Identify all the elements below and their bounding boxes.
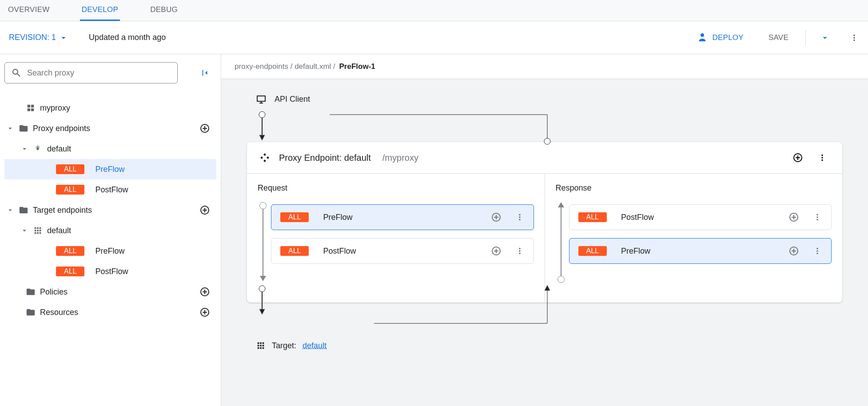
tree-proxy-root[interactable]: myproxy xyxy=(4,98,216,118)
add-policy-button[interactable] xyxy=(197,286,213,298)
deploy-button[interactable]: DEPLOY xyxy=(689,28,751,48)
add-circle-icon xyxy=(788,246,799,256)
tab-develop[interactable]: DEVELOP xyxy=(80,0,120,21)
tree-policies[interactable]: Policies xyxy=(4,282,216,302)
tree-label: default xyxy=(47,144,216,154)
target-grid-icon xyxy=(256,341,266,350)
endpoint-icon xyxy=(33,144,43,154)
request-preflow-item[interactable]: ALL PreFlow xyxy=(271,204,534,230)
add-target-endpoint-button[interactable] xyxy=(197,204,213,216)
proxy-icon xyxy=(26,103,36,113)
collapse-left-icon xyxy=(200,68,210,78)
revision-bar: REVISION: 1 Updated a month ago DEPLOY S… xyxy=(0,21,868,54)
more-vert-icon xyxy=(817,153,827,163)
svg-point-1 xyxy=(259,111,265,118)
tree-proxy-postflow[interactable]: ALL PostFlow xyxy=(4,179,216,200)
tab-overview[interactable]: OVERVIEW xyxy=(6,0,52,21)
request-column: Request ALL PreFlow xyxy=(247,174,545,303)
response-postflow-item[interactable]: ALL PostFlow xyxy=(569,204,832,230)
tree-label: Target endpoints xyxy=(33,206,192,215)
add-circle-icon xyxy=(788,212,799,223)
folder-icon xyxy=(26,287,36,297)
add-circle-icon xyxy=(792,152,803,163)
folder-icon xyxy=(19,123,28,133)
flow-overflow-button[interactable] xyxy=(810,246,825,256)
target-link[interactable]: default xyxy=(303,341,326,350)
search-input[interactable] xyxy=(26,68,171,78)
folder-icon xyxy=(19,205,28,215)
overflow-menu[interactable] xyxy=(844,28,864,48)
add-step-button[interactable] xyxy=(488,245,504,257)
all-badge: ALL xyxy=(56,246,84,256)
updated-label: Updated a month ago xyxy=(89,33,166,42)
tree-label: default xyxy=(47,226,216,235)
more-vert-icon xyxy=(849,33,859,43)
card-title: Proxy Endpoint: default xyxy=(279,153,371,163)
add-proxy-endpoint-button[interactable] xyxy=(197,123,213,134)
endpoint-icon xyxy=(259,152,270,163)
add-step-button[interactable] xyxy=(786,211,802,223)
all-badge: ALL xyxy=(56,164,84,174)
save-menu-dropdown[interactable] xyxy=(815,28,835,48)
chevron-down-icon xyxy=(20,226,28,235)
response-column: Response ALL PostFlow xyxy=(545,174,843,303)
deploy-icon xyxy=(697,32,708,43)
all-badge: ALL xyxy=(578,212,607,222)
dropdown-arrow-icon xyxy=(59,33,68,43)
response-preflow-item[interactable]: ALL PreFlow xyxy=(569,238,832,264)
tree-label: PreFlow xyxy=(95,165,216,174)
add-resource-button[interactable] xyxy=(197,306,213,318)
separator xyxy=(805,30,806,46)
target-icon xyxy=(33,226,43,235)
add-circle-icon xyxy=(199,123,210,134)
all-badge: ALL xyxy=(56,185,84,195)
tree-proxy-endpoint-default[interactable]: default xyxy=(4,139,216,159)
more-vert-icon xyxy=(812,246,822,256)
collapse-sidebar-button[interactable] xyxy=(197,68,212,78)
tree-proxy-endpoints[interactable]: Proxy endpoints xyxy=(4,118,216,139)
proxy-tree: myproxy Proxy endpoints default ALL PreF… xyxy=(4,98,216,322)
flow-name: PreFlow xyxy=(323,213,480,222)
flow-name: PostFlow xyxy=(323,247,480,256)
breadcrumb-part[interactable]: default.xml xyxy=(295,62,331,71)
tab-debug[interactable]: DEBUG xyxy=(148,0,179,21)
target-label: Target: xyxy=(272,341,296,350)
flow-overflow-button[interactable] xyxy=(512,246,527,256)
chevron-down-icon xyxy=(6,123,14,133)
revision-label: REVISION: 1 xyxy=(9,33,56,42)
tree-target-endpoint-default[interactable]: default xyxy=(4,220,216,241)
card-add-button[interactable] xyxy=(790,152,806,163)
sidebar: myproxy Proxy endpoints default ALL PreF… xyxy=(0,54,221,406)
chevron-down-icon xyxy=(20,144,28,154)
search-proxy-box[interactable] xyxy=(4,62,178,84)
tree-target-endpoints[interactable]: Target endpoints xyxy=(4,200,216,220)
tree-resources[interactable]: Resources xyxy=(4,302,216,322)
response-heading: Response xyxy=(556,183,832,193)
revision-dropdown[interactable]: REVISION: 1 xyxy=(6,32,71,43)
all-badge: ALL xyxy=(578,246,607,256)
add-step-button[interactable] xyxy=(488,211,504,223)
svg-point-5 xyxy=(544,138,550,144)
request-heading: Request xyxy=(258,183,534,193)
card-overflow-button[interactable] xyxy=(815,152,830,163)
flow-overflow-button[interactable] xyxy=(512,212,527,223)
request-flow-track xyxy=(259,206,267,290)
tree-proxy-preflow[interactable]: ALL PreFlow xyxy=(4,159,216,179)
flow-name: PreFlow xyxy=(621,247,778,256)
tree-label: PostFlow xyxy=(95,185,216,195)
add-circle-icon xyxy=(491,246,502,256)
top-tab-bar: OVERVIEW DEVELOP DEBUG xyxy=(0,0,868,21)
tree-target-preflow[interactable]: ALL PreFlow xyxy=(4,241,216,261)
flow-overflow-button[interactable] xyxy=(810,212,825,223)
tree-label: myproxy xyxy=(40,103,216,113)
more-vert-icon xyxy=(515,246,525,256)
response-flow-track xyxy=(557,206,565,290)
tree-target-postflow[interactable]: ALL PostFlow xyxy=(4,261,216,282)
api-client-node: API Client xyxy=(256,92,842,106)
request-postflow-item[interactable]: ALL PostFlow xyxy=(271,238,534,264)
save-button[interactable]: SAVE xyxy=(760,28,796,48)
breadcrumb: proxy-endpoints / default.xml / PreFlow-… xyxy=(221,54,868,79)
add-step-button[interactable] xyxy=(786,245,802,257)
breadcrumb-part[interactable]: proxy-endpoints xyxy=(235,62,288,71)
search-icon xyxy=(11,68,22,78)
